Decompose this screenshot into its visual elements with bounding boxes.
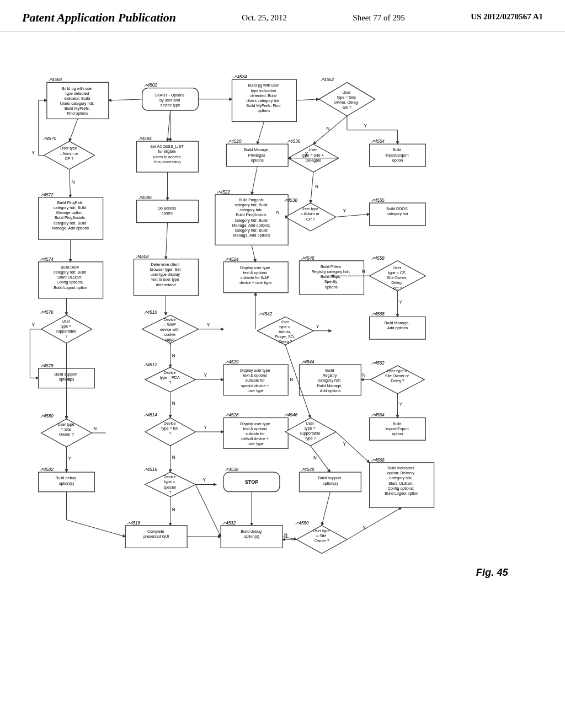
sheet-info: Sheet 77 of 295: [353, 10, 405, 23]
svg-text:Y: Y: [343, 442, 347, 447]
svg-text:↗4510: ↗4510: [143, 310, 158, 315]
svg-text:↗4564: ↗4564: [371, 413, 385, 417]
svg-text:Display user type
      text &: Display user type text & options suitabl…: [239, 266, 271, 285]
svg-text:↗4539: ↗4539: [225, 467, 239, 472]
svg-text:↗4568: ↗4568: [371, 312, 385, 317]
svg-text:Complete
      presented GUI: Complete presented GUI: [143, 529, 169, 539]
svg-text:↗4566: ↗4566: [371, 457, 385, 462]
svg-text:↗4520: ↗4520: [227, 139, 242, 144]
svg-text:↗4558: ↗4558: [371, 255, 385, 260]
svg-text:↗4516: ↗4516: [143, 467, 158, 472]
svg-text:N: N: [172, 401, 175, 406]
svg-text:↗4555: ↗4555: [371, 198, 385, 203]
svg-text:N: N: [93, 426, 97, 431]
svg-text:↗4544: ↗4544: [301, 359, 315, 364]
svg-text:Y: Y: [399, 300, 403, 305]
svg-text:↗4554: ↗4554: [371, 139, 385, 144]
svg-text:↗4548: ↗4548: [301, 255, 315, 260]
page-header: Patent Application Publication Oct. 25, …: [0, 0, 565, 32]
svg-text:N: N: [172, 454, 175, 459]
svg-text:↗4536: ↗4536: [286, 139, 301, 144]
svg-text:↗4572: ↗4572: [40, 192, 54, 197]
svg-line-205: [66, 520, 125, 537]
svg-text:↗4512: ↗4512: [143, 362, 158, 367]
svg-text:↗4522: ↗4522: [216, 189, 231, 194]
svg-text:Y: Y: [316, 324, 319, 329]
publication-date: Oct. 25, 2012: [242, 10, 287, 23]
svg-text:Y: Y: [204, 373, 207, 378]
svg-text:Y: Y: [343, 208, 347, 213]
svg-line-208: [70, 119, 78, 141]
svg-line-181: [322, 491, 330, 525]
svg-line-145: [252, 245, 255, 262]
svg-text:↗4548: ↗4548: [301, 467, 315, 472]
svg-text:↗4528: ↗4528: [225, 413, 239, 417]
svg-line-175: [336, 432, 370, 463]
svg-text:Y: Y: [207, 322, 210, 327]
svg-text:Y: Y: [203, 478, 206, 483]
svg-text:↗4534: ↗4534: [233, 74, 248, 79]
svg-text:↗4550: ↗4550: [295, 520, 309, 525]
svg-text:Y: Y: [31, 150, 35, 155]
svg-text:↗4546: ↗4546: [284, 413, 298, 417]
svg-text:N: N: [362, 373, 365, 378]
svg-line-210: [195, 484, 221, 537]
svg-line-206: [109, 99, 142, 100]
svg-line-158: [336, 214, 370, 217]
svg-text:N: N: [72, 180, 75, 185]
svg-text:N: N: [68, 377, 72, 382]
svg-text:Y: Y: [399, 402, 403, 407]
svg-line-143: [257, 121, 264, 144]
svg-text:Fig. 45: Fig. 45: [476, 566, 509, 578]
svg-text:Build debug
      option(s): Build debug option(s): [56, 476, 78, 485]
svg-text:N: N: [290, 377, 293, 382]
svg-text:↗4524: ↗4524: [225, 256, 239, 261]
svg-text:↗4518: ↗4518: [126, 520, 141, 525]
svg-text:↗4574: ↗4574: [40, 256, 54, 261]
svg-text:↗4542: ↗4542: [258, 312, 273, 317]
svg-text:N: N: [276, 210, 280, 215]
svg-text:↗4576: ↗4576: [40, 310, 54, 315]
svg-line-177: [347, 507, 402, 539]
patent-number: US 2012/0270567 A1: [471, 10, 543, 22]
svg-line-207: [168, 110, 170, 141]
svg-text:↗4594: ↗4594: [138, 136, 152, 141]
svg-line-154: [311, 172, 313, 203]
svg-text:Y: Y: [204, 425, 207, 430]
svg-text:Y: Y: [68, 456, 72, 461]
svg-text:STOP: STOP: [245, 479, 259, 485]
diagram-area: Build pg with user type detected indicat…: [0, 38, 565, 699]
svg-text:↗4514: ↗4514: [143, 413, 158, 417]
svg-line-189: [70, 169, 71, 197]
svg-text:Build DDOS
      category hdr: Build DDOS category hdr: [386, 207, 409, 216]
svg-text:Build Pingpals
      category : Build Pingpals category hdr; Build categ…: [232, 198, 271, 238]
svg-line-144: [252, 166, 257, 194]
svg-text:N: N: [172, 353, 175, 358]
svg-text:N: N: [326, 126, 329, 131]
svg-text:↗4502: ↗4502: [143, 83, 158, 88]
svg-text:↗4529: ↗4529: [225, 359, 239, 364]
svg-text:↗4568: ↗4568: [48, 77, 62, 82]
svg-text:Y: Y: [363, 525, 366, 530]
svg-text:N: N: [172, 507, 175, 512]
svg-text:Set ACCESS_LIST
      for elig: Set ACCESS_LIST for eligible users to ac…: [150, 144, 184, 164]
svg-text:↗4582: ↗4582: [40, 467, 54, 472]
svg-line-184: [166, 222, 167, 259]
svg-text:Y: Y: [31, 322, 35, 327]
svg-text:N: N: [361, 269, 365, 274]
svg-line-150: [313, 116, 347, 144]
svg-text:↗4552: ↗4552: [320, 77, 334, 82]
svg-text:↗4532: ↗4532: [222, 520, 236, 525]
svg-text:N: N: [313, 455, 317, 460]
svg-line-212: [282, 537, 296, 539]
svg-text:↗4578: ↗4578: [40, 363, 54, 368]
svg-text:Build debug
      option(s): Build debug option(s): [241, 529, 263, 539]
svg-text:↗4570: ↗4570: [42, 136, 57, 141]
svg-text:↗4586: ↗4586: [138, 195, 152, 200]
svg-text:↗4538: ↗4538: [284, 198, 298, 203]
publication-title: Patent Application Publication: [22, 10, 176, 26]
svg-text:N: N: [315, 184, 318, 189]
svg-text:↗4508: ↗4508: [135, 254, 150, 259]
svg-text:Y: Y: [305, 151, 308, 156]
svg-text:↗4580: ↗4580: [40, 414, 54, 419]
